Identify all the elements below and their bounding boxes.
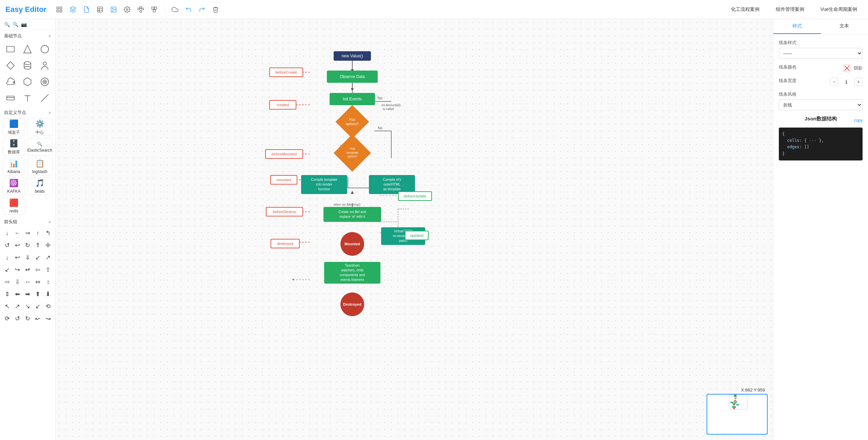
grid-icon[interactable] <box>55 5 64 14</box>
node-has-options[interactable]: Hasoptions? <box>336 105 369 139</box>
node-domain-box[interactable]: 🟦 域盒子 <box>3 118 25 136</box>
zoom-in-icon[interactable]: 🔍 <box>13 22 18 27</box>
node-database[interactable]: 🗄️ 数据库 <box>3 138 25 156</box>
merge-icon[interactable] <box>150 5 159 14</box>
screenshot-icon[interactable]: 📷 <box>21 22 27 27</box>
arrow-return[interactable]: ↺ <box>3 240 12 251</box>
arrow-ud-dbl[interactable]: ⇕ <box>3 289 12 300</box>
prop-line-type-select[interactable]: 折线 直线 曲线 <box>779 99 863 110</box>
arrow-ccw[interactable]: ⟲ <box>44 301 53 312</box>
arrow-circ-l[interactable]: ↺ <box>13 313 22 324</box>
image-icon[interactable] <box>109 5 118 14</box>
node-mounted[interactable]: Mounted <box>340 232 364 256</box>
node-beats[interactable]: 🎵 beats <box>27 177 53 195</box>
arrow-sw3[interactable]: ↙ <box>34 301 42 312</box>
arrow-d2[interactable]: ↓ <box>3 252 12 263</box>
prop-line-style-select[interactable]: —— - - - ··· <box>779 48 863 59</box>
arrow-fwd[interactable]: ↻ <box>23 240 32 251</box>
arrow-circ-r[interactable]: ↻ <box>23 313 32 324</box>
arrow-loop[interactable]: ↫ <box>23 264 32 275</box>
stepper-minus[interactable]: − <box>830 78 838 86</box>
arrow-up2[interactable]: ⇑ <box>34 240 42 251</box>
json-copy-btn[interactable]: copy <box>854 118 863 123</box>
node-elasticsearch[interactable]: 🔍 ElasticSearch <box>27 138 53 156</box>
node-redis[interactable]: 🟥 redis <box>3 197 25 215</box>
shape-target[interactable] <box>37 74 53 89</box>
node-center[interactable]: ⚙️ 中心 <box>27 118 53 136</box>
delete-icon[interactable] <box>211 5 220 14</box>
tab-text[interactable]: 文本 <box>821 19 868 34</box>
stepper-plus[interactable]: + <box>854 78 863 86</box>
arrows-chevron[interactable]: ∧ <box>48 219 51 224</box>
arrow-ne[interactable]: ↗ <box>44 252 53 263</box>
arrow-back[interactable]: ↩ <box>13 240 22 251</box>
nav-component[interactable]: 组件管理案例 <box>770 4 810 15</box>
node-kafka[interactable]: ☸️ KAFKA <box>3 177 25 195</box>
node-observe-data[interactable]: Observe Data <box>327 71 378 83</box>
undo-icon[interactable] <box>184 5 193 14</box>
arrow-up-dbl[interactable]: ⇧ <box>44 264 53 275</box>
prop-line-color-picker[interactable] <box>843 64 851 72</box>
file-icon[interactable] <box>82 5 91 14</box>
node-logstash[interactable]: 📋 logstash <box>27 158 53 175</box>
shape-cloud[interactable] <box>3 74 18 89</box>
arrow-fat-down[interactable]: ⬇ <box>44 289 53 300</box>
arrow-r2[interactable]: ↩ <box>13 252 22 263</box>
node-new-value[interactable]: new Value() <box>334 51 371 61</box>
nav-vue[interactable]: Vue生命周期案例 <box>815 4 863 15</box>
shape-line[interactable] <box>37 91 53 106</box>
arrow-curved[interactable]: ↰ <box>44 228 53 238</box>
arrow-right-filled[interactable]: ⇒ <box>23 228 32 238</box>
arrow-down-dbl[interactable]: ⇩ <box>13 276 22 287</box>
arrow-lr-dbl[interactable]: ⇔ <box>34 276 42 287</box>
arrow-wave-l[interactable]: ↜ <box>34 313 42 324</box>
node-kibana[interactable]: 📊 Kibana <box>3 158 25 175</box>
node-teardown[interactable]: Teardownwatchers, childcomponents andeve… <box>324 262 380 284</box>
arrow-hook[interactable]: ↪ <box>13 264 22 275</box>
shape-cylinder[interactable] <box>20 58 35 73</box>
arrow-cw[interactable]: ⟳ <box>3 313 12 324</box>
arrow-se[interactable]: ↘ <box>23 301 32 312</box>
arrow-fat-right[interactable]: ➡ <box>23 289 32 300</box>
arrow-dbl[interactable]: ⇓ <box>23 252 32 263</box>
arrow-left-dbl[interactable]: ⇦ <box>34 264 42 275</box>
tab-style[interactable]: 样式 <box>773 19 821 34</box>
arrow-fat-left[interactable]: ⬅ <box>13 289 22 300</box>
node-create-vmel[interactable]: Create vm.$el andreplace 'el' with it <box>323 207 381 222</box>
canvas-area[interactable]: No Yes No Yes <box>56 19 773 440</box>
node-init-events[interactable]: Init Events <box>330 93 375 105</box>
layers-icon[interactable] <box>68 5 78 14</box>
settings-icon[interactable] <box>122 5 132 14</box>
arrow-fat-up[interactable]: ⬆ <box>34 289 42 300</box>
basic-nodes-chevron[interactable]: ∧ <box>48 34 51 38</box>
shape-circle[interactable] <box>37 42 53 57</box>
shape-rect[interactable] <box>3 42 18 57</box>
arrow-ne2[interactable]: ↗ <box>13 301 22 312</box>
arrow-nw[interactable]: ↖ <box>3 301 12 312</box>
group-icon[interactable] <box>136 5 145 14</box>
arrow-down[interactable]: ↓ <box>3 228 12 238</box>
arrow-wave-r[interactable]: ↝ <box>44 313 53 324</box>
shape-person[interactable] <box>37 58 53 73</box>
shape-dark-rect[interactable] <box>3 91 18 106</box>
node-destroyed[interactable]: Destroyed <box>340 292 364 316</box>
arrow-lr[interactable]: ↔ <box>23 276 32 287</box>
arrow-sw2[interactable]: ↙ <box>3 264 12 275</box>
node-compile-template[interactable]: Compile templateinto renderfunction <box>301 175 347 194</box>
custom-nodes-chevron[interactable]: ∧ <box>48 110 51 115</box>
table-icon[interactable] <box>95 5 105 14</box>
shape-text[interactable] <box>20 91 35 106</box>
cloud-icon[interactable] <box>170 5 180 14</box>
shape-hexagon[interactable] <box>20 74 35 89</box>
redo-icon[interactable] <box>197 5 207 14</box>
arrow-cross[interactable]: ✛ <box>44 240 53 251</box>
arrow-ud[interactable]: ↕ <box>44 276 53 287</box>
arrow-left[interactable]: ← <box>13 228 22 238</box>
shape-triangle[interactable] <box>20 42 35 57</box>
nav-chemical[interactable]: 化工流程案例 <box>726 4 765 15</box>
arrow-up[interactable]: ↑ <box>34 228 42 238</box>
arrow-right-dbl[interactable]: ⇨ <box>3 276 12 287</box>
shape-diamond[interactable] <box>3 58 18 73</box>
arrow-sw[interactable]: ↙ <box>34 252 42 263</box>
node-has-template[interactable]: Hastemplateoption? <box>334 134 371 172</box>
